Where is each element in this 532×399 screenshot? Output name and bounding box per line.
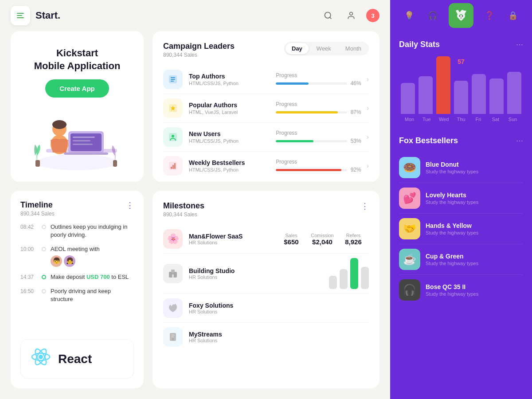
svg-point-32 — [172, 338, 174, 340]
chart-label-mon: Mon — [401, 117, 418, 122]
header: Start. 3 — [0, 0, 390, 31]
svg-point-12 — [52, 120, 66, 129]
milestone-name-2: Building Studio — [189, 267, 279, 274]
timeline-item-3: 14:37 Make deposit USD 700 to ESL — [20, 273, 134, 281]
chart-label-sat: Sat — [487, 117, 504, 122]
app-title: Start. — [35, 10, 60, 21]
right-panel: 💡 🎧 ❓ 🔒 Daily Stats ⋯ 57 — [390, 0, 532, 399]
bestseller-info-5: Bose QC 35 II Study the highway types — [426, 283, 523, 297]
panel-icon-fox-active[interactable] — [449, 3, 473, 28]
bestseller-name-1: Blue Donut — [426, 161, 523, 168]
chart-bar-fri — [472, 74, 486, 114]
bestseller-thumb-4: ☕ — [399, 249, 420, 270]
campaign-title: Campaign Leaders — [163, 42, 235, 51]
popular-authors-tags: HTML, VueJS, Laravel — [189, 110, 276, 115]
progress-fill-1 — [276, 82, 309, 85]
svg-rect-15 — [113, 160, 117, 167]
timeline-card: Timeline 890,344 Sales ⋮ 08:42 Outlines … — [11, 191, 144, 388]
header-left: Start. — [11, 6, 60, 25]
milestone-chart-bars — [329, 258, 369, 289]
progress-pct-2: 87% — [351, 109, 363, 115]
popular-authors-info: Popular Authors HTML, VueJS, Laravel — [189, 102, 276, 115]
svg-point-24 — [39, 355, 43, 359]
chart-bar-sun — [507, 72, 521, 114]
fox-bestsellers-menu[interactable]: ⋯ — [516, 137, 523, 145]
tab-week[interactable]: Week — [310, 43, 337, 54]
milestone-icon-1: 🌸 — [163, 229, 183, 249]
tab-day[interactable]: Day — [286, 43, 309, 54]
svg-point-3 — [37, 154, 117, 170]
milestones-menu[interactable]: ⋮ — [361, 201, 369, 211]
arrow-3[interactable]: › — [367, 133, 369, 141]
arrow-2[interactable]: › — [367, 104, 369, 112]
fox-bestsellers-header: Fox Bestsellers ⋯ — [399, 136, 523, 145]
chart-label-sun: Sun — [504, 117, 521, 122]
main-area: Start. 3 Kickstart Mobile Application Cr… — [0, 0, 390, 399]
chart-peak-value: 57 — [458, 58, 465, 65]
panel-icon-headphones[interactable]: 🎧 — [425, 8, 441, 23]
bestseller-item-2: 💕 Lovely Hearts Study the highway types — [399, 183, 523, 214]
svg-rect-29 — [171, 270, 175, 273]
milestone-info-2: Building Studio HR Solutions — [189, 267, 279, 280]
weekly-bestsellers-info: Weekly Bestsellers HTML/CSS/JS, Python — [189, 159, 276, 172]
milestones-card: Milestones 890,344 Sales ⋮ 🌸 Man&Flower … — [153, 191, 379, 388]
milestones-title: Milestones — [163, 201, 204, 211]
new-users-tags: HTML/CSS/JS, Python — [189, 138, 276, 144]
time-2: 10:00 — [20, 246, 37, 252]
daily-stats-section: Daily Stats ⋯ 57 Mon Tue Wed Thu Fri Sat — [390, 31, 532, 136]
campaign-subtitle: 890,344 Sales — [163, 52, 235, 58]
progress-pct-3: 53% — [351, 138, 363, 144]
new-users-info: New Users HTML/CSS/JS, Python — [189, 130, 276, 144]
tab-group: Day Week Month — [284, 42, 369, 55]
timeline-menu[interactable]: ⋮ — [126, 200, 134, 210]
highlight-amount: USD 700 — [86, 274, 110, 280]
bestseller-name-4: Cup & Green — [426, 253, 523, 260]
timeline-subtitle: 890,344 Sales — [20, 211, 55, 217]
svg-rect-14 — [35, 160, 40, 167]
timeline-item-2: 10:00 AEOL meeting with 👦 👧 — [20, 245, 134, 266]
arrow-4[interactable]: › — [367, 162, 369, 170]
search-icon[interactable] — [320, 8, 336, 23]
milestone-name-1: Man&Flower SaaS — [189, 233, 276, 240]
progress-bar-2 — [276, 111, 347, 113]
milestone-icon-3 — [163, 298, 183, 318]
arrow-1[interactable]: › — [367, 75, 369, 83]
bestseller-thumb-2: 💕 — [399, 188, 420, 209]
svg-point-19 — [172, 135, 174, 137]
m-bar-4 — [361, 267, 369, 289]
timeline-header: Timeline 890,344 Sales ⋮ — [20, 200, 134, 217]
fox-bestsellers-title: Fox Bestsellers — [399, 136, 458, 145]
chart-bar-mon — [401, 83, 415, 114]
milestone-sales-1: Sales $650 — [276, 233, 307, 246]
notification-badge[interactable]: 3 — [366, 9, 379, 22]
new-users-icon — [163, 127, 183, 147]
progress-bar-4 — [276, 169, 347, 171]
user-icon[interactable] — [343, 8, 359, 23]
react-label: React — [58, 352, 92, 366]
svg-line-1 — [330, 17, 332, 19]
tab-month[interactable]: Month — [339, 43, 368, 54]
avatar-2: 👧 — [64, 255, 75, 267]
dot-3 — [42, 275, 46, 279]
milestone-bars-area — [279, 258, 369, 289]
milestone-name-3: Foxy Solutions — [189, 302, 369, 309]
bestseller-item-4: ☕ Cup & Green Study the highway types — [399, 244, 523, 275]
milestone-name-4: MyStreams — [189, 331, 369, 338]
daily-stats-menu[interactable]: ⋯ — [516, 40, 523, 49]
milestone-commission-1: Comission $2,040 — [307, 233, 338, 246]
progress-pct-4: 92% — [351, 167, 363, 173]
milestone-row-2: Building Studio HR Solutions — [163, 254, 369, 294]
progress-label-2: Progress — [276, 101, 363, 107]
panel-icon-question[interactable]: ❓ — [481, 8, 497, 23]
milestone-row-4: MyStreams HR Solutions — [163, 323, 369, 351]
progress-bar-3 — [276, 140, 347, 142]
react-banner: React — [20, 339, 134, 379]
bestseller-info-3: Hands & Yellow Study the highway types — [426, 222, 523, 235]
create-app-button[interactable]: Create App — [45, 79, 109, 98]
svg-rect-23 — [174, 163, 176, 169]
panel-icon-bulb[interactable]: 💡 — [401, 8, 417, 23]
kickstart-card: Kickstart Mobile Application Create App — [11, 31, 144, 182]
panel-icon-lock[interactable]: 🔒 — [505, 8, 521, 23]
bestseller-info-4: Cup & Green Study the highway types — [426, 253, 523, 266]
svg-rect-6 — [70, 133, 102, 151]
